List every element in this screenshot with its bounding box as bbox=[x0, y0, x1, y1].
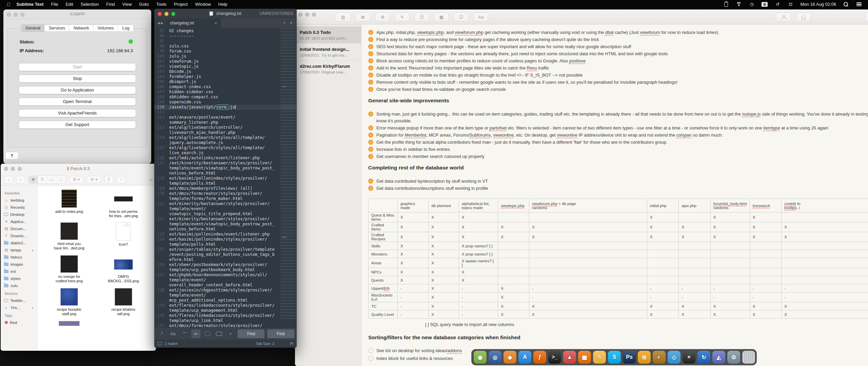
dock-android-emulator-icon[interactable]: ◉ bbox=[474, 351, 487, 364]
syntax-indicator[interactable]: Pl bbox=[290, 342, 293, 346]
view-mode-control[interactable]: ⊠ ☰ □□ ▢ bbox=[28, 176, 66, 184]
dock-firefox-icon[interactable]: ƒ bbox=[533, 351, 546, 364]
menu-item-selection[interactable]: Selection bbox=[81, 2, 99, 7]
table-cell[interactable]: X bbox=[679, 310, 710, 319]
table-cell[interactable] bbox=[679, 268, 710, 276]
orange-check-icon[interactable]: ✓ bbox=[368, 179, 373, 184]
note-content[interactable]: ✓Ajax.php, initial.php, viewtopic.php, a… bbox=[361, 24, 868, 366]
tab-general[interactable]: General bbox=[21, 25, 44, 32]
file-item[interactable]: html emal you have tim...ded.png bbox=[54, 222, 85, 255]
table-cell[interactable] bbox=[679, 242, 710, 250]
table-cell[interactable] bbox=[647, 242, 679, 250]
orange-check-icon[interactable]: ✓ bbox=[368, 51, 373, 56]
alarm-clock-icon[interactable]: ◷ bbox=[749, 2, 755, 7]
finder-window-controls[interactable] bbox=[4, 167, 22, 171]
table-cell[interactable]: X bbox=[429, 258, 459, 268]
table-cell[interactable] bbox=[647, 258, 679, 268]
checked-item[interactable]: ✓Get data contributions/descriptions stu… bbox=[368, 185, 868, 192]
group-by-button[interactable]: ⊞ ▾ bbox=[69, 176, 83, 183]
table-cell[interactable]: X bbox=[782, 310, 868, 319]
dock-browser-app-icon[interactable]: ◎ bbox=[489, 351, 501, 364]
sidebar-item-teebling[interactable]: ⌂teebling bbox=[4, 197, 37, 204]
menu-item-help[interactable]: Help bbox=[218, 2, 228, 7]
table-cell[interactable]: - bbox=[459, 292, 498, 302]
table-cell[interactable] bbox=[750, 250, 782, 258]
checked-item[interactable]: ✓Error message popup if more than one of… bbox=[368, 125, 868, 131]
table-cell[interactable]: X bbox=[429, 250, 459, 258]
table-cell[interactable]: - bbox=[397, 302, 428, 310]
table-cell[interactable]: - bbox=[459, 284, 498, 292]
table-cell[interactable] bbox=[710, 268, 750, 276]
table-cell[interactable] bbox=[710, 276, 750, 284]
sidebar-toggle-button[interactable]: ▥ bbox=[336, 13, 351, 21]
table-cell[interactable]: - bbox=[750, 284, 782, 292]
table-cell[interactable]: X bbox=[710, 302, 750, 310]
orange-check-icon[interactable]: ✓ bbox=[368, 186, 373, 191]
table-cell[interactable]: X bbox=[647, 222, 679, 232]
expand-icon[interactable]: ⊡ bbox=[787, 2, 793, 7]
menu-item-find[interactable]: Find bbox=[106, 2, 115, 7]
table-cell[interactable]: X bbox=[429, 310, 459, 319]
table-cell[interactable]: X bbox=[750, 302, 782, 310]
table-cell[interactable] bbox=[529, 268, 647, 276]
table-cell[interactable]: - bbox=[529, 292, 647, 302]
dock-skype-icon[interactable]: S bbox=[608, 351, 621, 364]
dock-utility-app-icon[interactable]: ⚙ bbox=[727, 351, 740, 364]
table-cell[interactable]: - bbox=[710, 292, 750, 302]
dock-terminal-icon[interactable]: >_ bbox=[548, 351, 561, 364]
table-cell[interactable]: - bbox=[397, 292, 428, 302]
table-cell[interactable]: X bbox=[429, 302, 459, 310]
table-cell[interactable] bbox=[498, 242, 529, 250]
table-cell[interactable]: - bbox=[459, 310, 498, 319]
dock-amber-app-icon[interactable]: ◐ bbox=[653, 351, 666, 364]
back-button[interactable]: ‹ bbox=[4, 176, 13, 183]
table-cell[interactable]: X bbox=[529, 232, 647, 242]
sidebar-item-styles[interactable]: styles bbox=[4, 275, 37, 282]
table-cell[interactable]: X bbox=[459, 232, 498, 242]
dock-app-store-icon[interactable]: A bbox=[518, 351, 531, 364]
dock-x-app-icon[interactable]: × bbox=[683, 351, 695, 364]
menu-item-project[interactable]: Project bbox=[174, 2, 188, 7]
table-cell[interactable] bbox=[750, 276, 782, 284]
sidebar-item-diablo2[interactable]: diablo2... bbox=[4, 239, 37, 246]
dock-photoshop-icon[interactable]: Ps bbox=[623, 351, 636, 364]
table-cell[interactable]: - bbox=[750, 292, 782, 302]
table-cell[interactable] bbox=[782, 258, 868, 268]
checked-item[interactable]: ✓SEO text blocks for each major content … bbox=[368, 43, 868, 50]
table-cell[interactable]: X bbox=[429, 222, 459, 232]
file-item[interactable]: add to notes.png bbox=[55, 189, 83, 222]
menu-item-window[interactable]: Window bbox=[195, 2, 211, 7]
share-button[interactable]: ↥ bbox=[104, 176, 113, 183]
orange-check-icon[interactable]: ✓ bbox=[368, 125, 373, 130]
table-cell[interactable]: X bbox=[782, 232, 868, 242]
checked-item[interactable]: ✓Get data contributed by/description by … bbox=[368, 178, 868, 185]
new-tab-icon[interactable]: + bbox=[283, 21, 285, 25]
tab-nav-arrows[interactable]: ◀▶ bbox=[154, 18, 166, 28]
sidebar-item-teeblin[interactable]: Teeblin... bbox=[4, 297, 37, 304]
gallery-view-button[interactable]: ⊠ bbox=[355, 13, 370, 21]
table-cell[interactable]: X bbox=[498, 232, 529, 242]
go-to-application-button[interactable]: Go to Application bbox=[19, 86, 136, 94]
table-cell[interactable]: X bbox=[710, 310, 750, 319]
start-button[interactable]: Start bbox=[19, 63, 136, 71]
xampp-window-controls[interactable] bbox=[7, 13, 24, 17]
empty-circle-icon[interactable] bbox=[368, 348, 373, 353]
tab-network[interactable]: Network bbox=[70, 25, 94, 32]
dock-indigo-app-icon[interactable]: ◭ bbox=[712, 351, 725, 364]
table-cell[interactable]: X prop names? [ ] bbox=[459, 250, 498, 258]
table-cell[interactable]: - bbox=[679, 284, 710, 292]
panel-toggle-icon[interactable] bbox=[158, 342, 162, 345]
table-cell[interactable] bbox=[750, 242, 782, 250]
table-cell[interactable] bbox=[529, 242, 647, 250]
note-list-item[interactable]: d2rez.com Kirby/Flarum17/06/2020 Origina… bbox=[295, 60, 361, 77]
toolbar-overflow-chevrons[interactable]: » bbox=[150, 177, 153, 183]
table-cell[interactable]: X bbox=[750, 212, 782, 222]
sidebar-item-zulu[interactable]: zulu bbox=[4, 282, 37, 289]
notification-center-icon[interactable] bbox=[856, 2, 862, 7]
orange-check-icon[interactable]: ✓ bbox=[368, 80, 373, 85]
table-cell[interactable]: X bbox=[397, 222, 428, 232]
orange-check-icon[interactable]: ✓ bbox=[368, 44, 373, 49]
table-cell[interactable]: X bbox=[459, 268, 498, 276]
table-cell[interactable] bbox=[529, 276, 647, 284]
sidebar-item-recents[interactable]: ◷Recents bbox=[4, 204, 37, 211]
